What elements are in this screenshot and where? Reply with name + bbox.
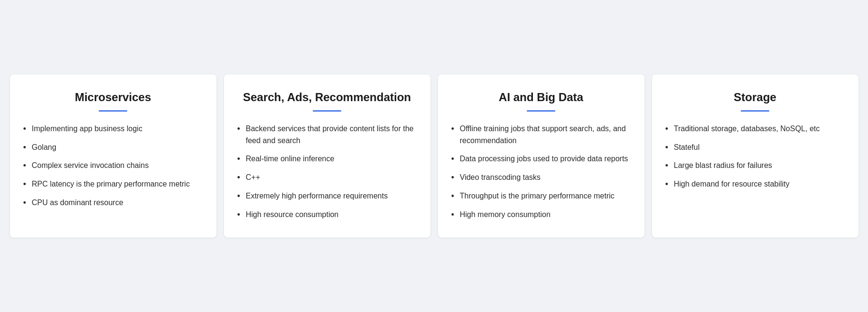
- list-item: High memory consumption: [451, 209, 631, 221]
- card-divider-storage: [741, 110, 769, 112]
- card-divider-search-ads-recommendation: [313, 110, 341, 112]
- list-item: High resource consumption: [237, 209, 417, 221]
- list-item: Extremely high performance requirements: [237, 190, 417, 202]
- cards-container: MicroservicesImplementing app business l…: [10, 74, 858, 238]
- card-list-storage: Traditional storage, databases, NoSQL, e…: [665, 123, 845, 190]
- list-item: High demand for resource stability: [665, 178, 845, 190]
- list-item: Backend services that provide content li…: [237, 123, 417, 147]
- card-title-search-ads-recommendation: Search, Ads, Recommendation: [237, 90, 417, 104]
- list-item: CPU as dominant resource: [23, 197, 203, 209]
- card-list-search-ads-recommendation: Backend services that provide content li…: [237, 123, 417, 221]
- card-search-ads-recommendation: Search, Ads, RecommendationBackend servi…: [224, 74, 430, 238]
- card-title-ai-big-data: AI and Big Data: [451, 90, 631, 104]
- list-item: Large blast radius for failures: [665, 160, 845, 172]
- card-title-microservices: Microservices: [23, 90, 203, 104]
- list-item: Offline training jobs that support searc…: [451, 123, 631, 147]
- list-item: Stateful: [665, 142, 845, 154]
- card-list-ai-big-data: Offline training jobs that support searc…: [451, 123, 631, 221]
- card-divider-ai-big-data: [527, 110, 555, 112]
- card-title-storage: Storage: [665, 90, 845, 104]
- card-divider-microservices: [99, 110, 127, 112]
- list-item: Traditional storage, databases, NoSQL, e…: [665, 123, 845, 135]
- list-item: Real-time online inference: [237, 153, 417, 165]
- card-ai-big-data: AI and Big DataOffline training jobs tha…: [438, 74, 644, 238]
- list-item: RPC latency is the primary performance m…: [23, 178, 203, 190]
- list-item: Throughput is the primary performance me…: [451, 190, 631, 202]
- list-item: Golang: [23, 142, 203, 154]
- card-list-microservices: Implementing app business logicGolangCom…: [23, 123, 203, 209]
- card-microservices: MicroservicesImplementing app business l…: [10, 74, 216, 238]
- list-item: Complex service invocation chains: [23, 160, 203, 172]
- list-item: Implementing app business logic: [23, 123, 203, 135]
- card-storage: StorageTraditional storage, databases, N…: [652, 74, 858, 238]
- list-item: Data processing jobs used to provide dat…: [451, 153, 631, 165]
- list-item: Video transcoding tasks: [451, 172, 631, 184]
- list-item: C++: [237, 172, 417, 184]
